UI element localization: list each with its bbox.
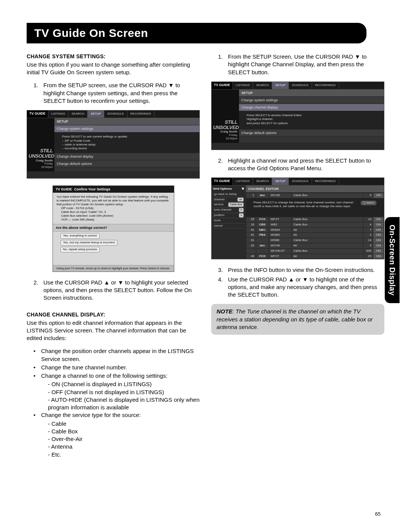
bullet-text: Change a channel to one of the following…: [41, 372, 167, 380]
tvguide-logo: TV GUIDE: [27, 110, 48, 118]
step-text: From the SETUP Screen, Use the CURSOR PA…: [228, 53, 384, 76]
setup-header: SETUP: [54, 118, 199, 125]
bullet-text: Change the tune channel number.: [41, 364, 127, 371]
sub-option: - Cable Box: [48, 428, 200, 435]
tab-search[interactable]: SEARCH: [253, 82, 272, 89]
section-tab-on-screen-display: On-Screen Display: [385, 217, 400, 303]
gridopt-tune-channel[interactable]: tune channel5: [213, 208, 244, 213]
channel-row[interactable]: 32abcWCVBAir5ON: [246, 243, 384, 248]
promo-time: 10:00pm: [29, 166, 53, 169]
setup-header: SETUP: [239, 89, 384, 97]
dialog-question: Are the above settings correct?: [53, 224, 174, 232]
dialog-option-yes-lineup[interactable]: Yes, but my channel lineup is incorrect: [61, 240, 118, 246]
sub-option: - Cable: [48, 420, 200, 428]
step-text: Highlight a channel row and press the SE…: [228, 157, 384, 173]
step-number: 3.: [218, 266, 228, 274]
promo-panel: STILL UNSOLVED Craig Smith Friday 10:00p…: [27, 118, 54, 171]
channel-row[interactable]: 41NBCWHDHAir7ON: [246, 227, 384, 233]
tab-listings[interactable]: LISTINGS: [48, 110, 68, 118]
tab-listings[interactable]: LISTINGS: [233, 178, 253, 185]
promo-word: STILL: [213, 120, 237, 125]
dialog-title: Confirm Your Settings: [74, 187, 110, 192]
sub-option: - ON (Channel is displayed in LISTINGS): [48, 380, 200, 388]
sub-option: - Antenna: [48, 443, 200, 451]
tab-setup[interactable]: SETUP: [272, 178, 289, 185]
step-number: 1.: [218, 53, 228, 76]
step-text: Use the CURSOR PAD ▲ or ▼ to highlight y…: [43, 279, 200, 302]
tab-recordings[interactable]: RECORDINGS: [127, 110, 155, 118]
tab-recordings[interactable]: RECORDINGS: [312, 82, 339, 89]
info-button[interactable]: ⓘ INFO: [361, 201, 376, 205]
left-column: CHANGE SYSTEM SETTINGS: Use this option …: [27, 53, 200, 464]
dialog-option-no[interactable]: No, repeat setup process: [61, 247, 100, 252]
sub-option: - AUTO-HIDE (Channel is displayed in LIS…: [48, 396, 200, 412]
dialog-setting: Cable Box on input "Cable" Ch. 3: [61, 210, 170, 214]
tab-schedule[interactable]: SCHEDULE: [289, 178, 312, 185]
screenshot-setup-channel-display: TV GUIDE LISTINGS SEARCH SETUP SCHEDULE …: [211, 81, 384, 150]
page-title-bar: TV Guide On Screen: [27, 23, 366, 43]
editor-info: ⓘ INFO Press SELECT to change the channe…: [246, 198, 384, 217]
tab-recordings[interactable]: RECORDINGS: [312, 178, 339, 185]
bullet-text: Change the service type for the source:: [41, 411, 141, 419]
channel-row[interactable]: 49FOXWFXTAir25ON: [246, 254, 384, 259]
bullet-icon: •: [33, 372, 41, 380]
gridopt-position[interactable]: position1: [213, 213, 244, 218]
bullet-text: Change the position order channels appea…: [41, 347, 200, 363]
setup-info-text: Press SELECT to see current settings or …: [54, 133, 199, 153]
channel-row[interactable]: 01WSBKCable Box14ON: [246, 238, 384, 243]
step-number: 2.: [218, 157, 228, 173]
screenshot-channel-editor: TV GUIDE LISTINGS SEARCH SETUP SCHEDULE …: [211, 177, 384, 259]
row-change-channel-display[interactable]: Change channel display: [239, 104, 384, 111]
row-change-default-options[interactable]: Change default options: [239, 129, 384, 137]
row-change-system-settings[interactable]: Change system settings: [239, 97, 384, 104]
channel-row[interactable]: WCVB-DTCable Box835ON: [246, 248, 384, 254]
right-column: 1. From the SETUP Screen, Use the CURSOR…: [211, 53, 384, 464]
row-change-default-options[interactable]: Change default options: [54, 160, 199, 168]
tab-search[interactable]: SEARCH: [253, 178, 272, 185]
row-change-system-settings[interactable]: Change system settings: [54, 125, 199, 133]
gridopt-channel[interactable]: channelon: [213, 197, 244, 203]
tab-setup[interactable]: SETUP: [88, 110, 104, 118]
grid-options-panel: Grid Options✖ go back to Setup channelon…: [212, 185, 246, 259]
step-number: 2.: [33, 279, 43, 302]
channel-row[interactable]: 91PBSWGBHAir2ON: [246, 233, 384, 238]
dialog-option-yes[interactable]: Yes, everything is correct: [61, 233, 100, 239]
channel-editor-header: CHANNEL EDITOR: [246, 185, 384, 193]
tab-schedule[interactable]: SCHEDULE: [289, 82, 312, 89]
tab-setup[interactable]: SETUP: [272, 82, 289, 89]
gridopt-cancel[interactable]: cancel: [213, 224, 244, 229]
channel-row-selected[interactable]: 1abc WCVB Cable Box 5 ON: [246, 193, 384, 198]
promo-time: 10:00pm: [213, 137, 237, 141]
dialog-setting: ZIP code - 91710 (USA): [61, 206, 170, 210]
heading-change-channel-display: CHANGE CHANNEL DISPLAY:: [27, 311, 200, 318]
sub-option: - Over-the-Air: [48, 435, 200, 443]
screenshot-confirm-settings: TV GUIDE Confirm Your Settings You have …: [53, 185, 174, 272]
tab-listings[interactable]: LISTINGS: [233, 82, 253, 89]
tab-schedule[interactable]: SCHEDULE: [104, 110, 127, 118]
promo-panel: STILL UNSOLVED Craig Smith Friday 10:00p…: [212, 89, 239, 143]
bullet-icon: •: [33, 411, 41, 419]
step-text: From the SETUP screen, use the CURSOR PA…: [43, 81, 200, 105]
row-change-channel-display[interactable]: Change channel display: [54, 153, 199, 160]
channel-row[interactable]: 25FOXWFXTCable Box13ON: [246, 217, 384, 222]
sub-option: - OFF (Channel is not displayed in LISTI…: [48, 388, 200, 396]
grid-options-title: Grid Options: [213, 187, 232, 191]
close-icon[interactable]: ✖: [242, 187, 244, 191]
tvguide-logo: TV GUIDE: [212, 82, 233, 89]
setup-info-text: Press SELECT to access Channel Editor Hi…: [239, 111, 384, 129]
promo-word: UNSOLVED: [213, 125, 237, 130]
sub-option: - Etc.: [48, 451, 200, 459]
gridopt-service[interactable]: serviceCable Box: [213, 202, 244, 208]
dialog-setting: VCR — code 096 (Aiwa): [61, 218, 170, 222]
screenshot-setup-system: TV GUIDE LISTINGS SEARCH SETUP SCHEDULE …: [27, 110, 200, 179]
tab-search[interactable]: SEARCH: [68, 110, 88, 118]
gridopt-go-back[interactable]: go back to Setup: [213, 192, 244, 197]
promo-word: UNSOLVED: [29, 153, 53, 159]
note-box: NOTE: The Tune channel is the channel on…: [211, 304, 384, 335]
tvguide-logo: TV GUIDE: [56, 187, 72, 192]
intro-channel-display: Use this option to edit channel informat…: [27, 319, 200, 342]
channel-row[interactable]: 18CBSWBZCable Box4ON: [246, 222, 384, 227]
page-number: 65: [375, 511, 381, 517]
tvguide-logo: TV GUIDE: [212, 178, 233, 185]
gridopt-done[interactable]: done: [213, 218, 244, 224]
